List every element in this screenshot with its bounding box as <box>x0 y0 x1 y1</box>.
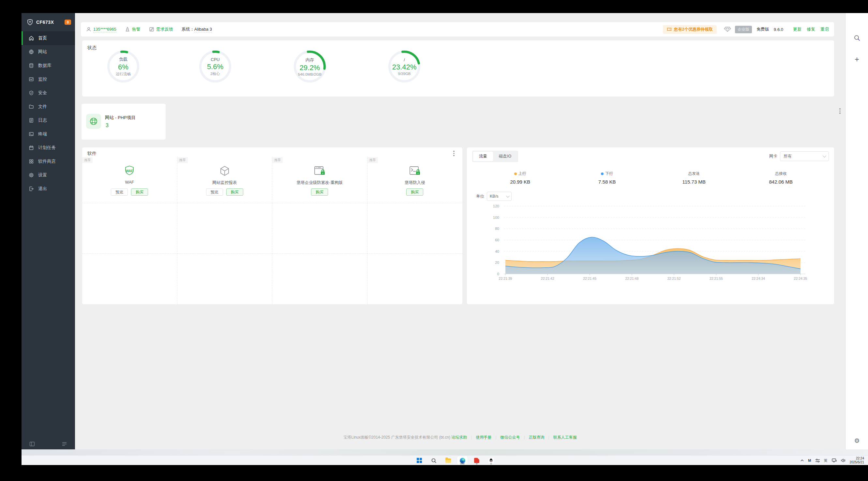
sidebar-item-calendar[interactable]: 计划任务 <box>22 141 75 155</box>
website-card-title[interactable]: 网站 - PHP项目 <box>105 115 136 121</box>
footer-link[interactable]: 论坛求助 <box>451 435 467 440</box>
sidebar-item-home[interactable]: 首页 <box>22 31 75 45</box>
unit-select[interactable]: KB/s <box>487 192 512 201</box>
alert-label[interactable]: 告警 <box>132 26 141 32</box>
gauge-cpu[interactable]: CPU 5.6% 2核心 <box>192 50 238 83</box>
repair-link[interactable]: 修复 <box>807 26 815 32</box>
collapse-sidebar-icon[interactable] <box>29 441 35 447</box>
sidebar-item-folder[interactable]: 文件 <box>22 100 75 114</box>
alert-entry[interactable]: 告警 <box>125 26 141 32</box>
browser-add-tab-icon[interactable]: + <box>845 55 868 64</box>
software-empty-cell: 推荐 <box>272 203 368 254</box>
taskbar-search-icon[interactable] <box>429 456 439 465</box>
svg-text:80: 80 <box>495 227 499 231</box>
software-name: WAF <box>82 180 177 185</box>
browser-settings-gear-icon[interactable]: ⚙ <box>845 437 868 445</box>
sidebar-item-monitor[interactable]: 监控 <box>22 72 75 86</box>
preview-button[interactable]: 预览 <box>111 188 128 196</box>
svg-text:0: 0 <box>497 272 499 276</box>
nic-select[interactable]: 所有 <box>780 151 829 161</box>
user-phone[interactable]: 135****6965 <box>93 27 116 32</box>
tray-app-m-icon[interactable]: M <box>808 458 811 462</box>
sidebar-item-shield[interactable]: 安全 <box>22 86 75 100</box>
legend-dot <box>601 173 603 175</box>
ime-indicator[interactable]: 英 <box>824 458 828 463</box>
update-link[interactable]: 更新 <box>793 26 802 32</box>
software-title: 软件 <box>87 151 96 156</box>
windows-start-icon[interactable] <box>414 456 425 465</box>
gauge-disk[interactable]: / 23.42% 9/39GB <box>381 50 427 83</box>
tab-traffic[interactable]: 流量 <box>473 152 493 161</box>
topbar: 135****6965 告警 需求反馈 系统： Alibaba 3 <box>81 22 834 36</box>
tab-disk-io[interactable]: 磁盘IO <box>493 152 517 161</box>
stat-上行: 上行20.99 KB <box>477 171 564 185</box>
file-explorer-icon[interactable] <box>443 456 453 465</box>
traffic-tabs: 流量磁盘IO <box>472 151 518 162</box>
website-php-card[interactable]: 网站 - PHP项目 3 <box>82 104 166 140</box>
gauge-内存[interactable]: 内存 29.2% 546.0MB/2GB <box>287 50 333 83</box>
recommend-tag: 推荐 <box>272 157 283 163</box>
software-empty-cell: 推荐 <box>177 203 273 254</box>
screen: CF673X 0 首页网站数据库监控安全文件日志终端计划任务软件商店设置退出 1… <box>0 0 868 481</box>
status-panel: 状态 负载 6% 运行流畅 CPU 5.6% 2核心 内存 29.2% 546.… <box>82 40 834 96</box>
main-content: 135****6965 告警 需求反馈 系统： Alibaba 3 <box>75 13 845 449</box>
menu-style-icon[interactable] <box>62 441 67 447</box>
sidebar-item-store[interactable]: 软件商店 <box>22 155 75 168</box>
stat-下行: 下行7.58 KB <box>564 171 651 185</box>
qq-icon[interactable] <box>486 456 496 465</box>
buy-button[interactable]: 购买 <box>226 188 243 196</box>
buy-button[interactable]: 购买 <box>311 188 328 196</box>
sidebar-item-globe[interactable]: 网站 <box>22 45 75 59</box>
svg-text:60: 60 <box>495 238 499 242</box>
footer-link[interactable]: 正版查询 <box>529 435 545 440</box>
sidebar-item-logout[interactable]: 退出 <box>22 182 75 196</box>
footer-link[interactable]: 使用手册 <box>476 435 491 440</box>
network-icon[interactable] <box>832 458 837 462</box>
software-name: 网站监控报表 <box>177 180 272 185</box>
panel-logo-icon <box>27 19 33 25</box>
row-more-menu-icon[interactable] <box>839 108 841 115</box>
sidebar-item-terminal[interactable]: 终端 <box>22 127 75 141</box>
volume-icon[interactable] <box>841 458 845 462</box>
software-more-menu-icon[interactable] <box>453 151 455 157</box>
software-card: 推荐 堡塔防入侵 购买 <box>368 156 463 203</box>
gauge-负载[interactable]: 负载 6% 运行流畅 <box>100 50 146 83</box>
system-os[interactable]: Alibaba 3 <box>194 27 212 32</box>
footer-link[interactable]: 联系人工客服 <box>553 435 577 440</box>
footer-link[interactable]: 微信公众号 <box>500 435 520 440</box>
panel-title: CF673X <box>36 20 65 25</box>
user-account[interactable]: 135****6965 <box>86 27 116 32</box>
red-app-icon[interactable] <box>471 456 482 465</box>
tray-settings-icon[interactable] <box>815 459 820 462</box>
chevron-down-icon <box>823 154 826 157</box>
sidebar-item-database[interactable]: 数据库 <box>22 59 75 72</box>
letterbox-left <box>0 0 22 481</box>
hidden-icons-chevron[interactable] <box>801 459 804 462</box>
browser-search-icon[interactable] <box>845 35 868 43</box>
buy-button[interactable]: 购买 <box>131 188 148 196</box>
nic-filter: 网卡 所有 <box>769 151 829 161</box>
alarm-icon <box>125 27 130 32</box>
website-icon-tile <box>86 114 101 129</box>
website-count[interactable]: 3 <box>106 123 108 128</box>
edge-browser-icon[interactable] <box>457 456 468 465</box>
software-card: 推荐 WAF WAF 预览购买 <box>82 156 177 203</box>
feedback-entry[interactable]: 需求反馈 <box>149 26 173 32</box>
preview-button[interactable]: 预览 <box>206 188 223 196</box>
message-count-badge[interactable]: 0 <box>65 20 71 25</box>
sidebar-item-gear[interactable]: 设置 <box>22 168 75 182</box>
coupon-banner[interactable]: 您有2个优惠券待领取 <box>663 25 717 34</box>
traffic-stats: 上行20.99 KB下行7.58 KB总发送115.73 MB总接收842.06… <box>477 171 824 185</box>
enterprise-badge[interactable]: 企业版 <box>735 26 752 33</box>
coupon-text[interactable]: 您有2个优惠券待领取 <box>674 27 713 32</box>
buy-button[interactable]: 购买 <box>406 188 423 196</box>
feedback-label[interactable]: 需求反馈 <box>156 26 173 32</box>
sidebar: CF673X 0 首页网站数据库监控安全文件日志终端计划任务软件商店设置退出 <box>22 13 75 449</box>
restart-link[interactable]: 重启 <box>820 26 829 32</box>
topbar-right: 您有2个优惠券待领取 企业版 免费版 9.6.0 更新 修复 重启 <box>663 25 829 34</box>
stat-总接收: 总接收842.06 MB <box>738 171 825 185</box>
software-empty-cell <box>272 254 368 304</box>
taskbar-clock[interactable]: 22:24 2025/5/21 <box>850 456 864 465</box>
log-icon <box>29 118 34 123</box>
sidebar-item-log[interactable]: 日志 <box>22 114 75 127</box>
